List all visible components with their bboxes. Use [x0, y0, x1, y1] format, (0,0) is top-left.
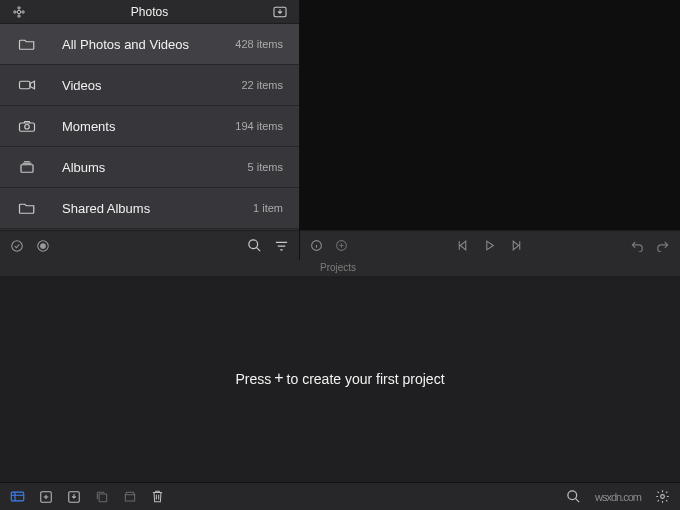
- svg-point-1: [18, 6, 20, 8]
- svg-point-20: [568, 491, 577, 500]
- preview-panel: [300, 0, 680, 260]
- sidebar-item-count: 22 items: [241, 79, 283, 91]
- sidebar-item-label: All Photos and Videos: [62, 37, 235, 52]
- photos-app-icon: [10, 5, 28, 19]
- svg-point-10: [12, 240, 23, 251]
- sidebar-item-videos[interactable]: Videos 22 items: [0, 65, 299, 106]
- sidebar-item-count: 1 item: [253, 202, 283, 214]
- camera-icon: [16, 119, 38, 133]
- svg-rect-6: [20, 81, 31, 89]
- folder-icon: [16, 37, 38, 51]
- preview-canvas: [300, 0, 680, 230]
- sidebar-item-count: 5 items: [248, 161, 283, 173]
- settings-icon[interactable]: [655, 489, 670, 504]
- svg-point-12: [41, 243, 46, 248]
- sidebar-item-moments[interactable]: Moments 194 items: [0, 106, 299, 147]
- sidebar-header: Photos: [0, 0, 299, 24]
- skip-back-icon[interactable]: [456, 239, 469, 252]
- empty-text-suffix: to create your first project: [287, 371, 445, 387]
- import-media-icon[interactable]: [67, 490, 81, 504]
- add-project-icon[interactable]: [39, 490, 53, 504]
- import-icon[interactable]: [271, 5, 289, 19]
- empty-text-prefix: Press: [235, 371, 271, 387]
- filter-icon[interactable]: [274, 239, 289, 253]
- archive-icon[interactable]: [123, 490, 137, 504]
- sidebar-item-all-photos[interactable]: All Photos and Videos 428 items: [0, 24, 299, 65]
- svg-point-21: [661, 495, 665, 499]
- preview-transport: [300, 230, 680, 260]
- svg-point-4: [22, 10, 24, 12]
- bottom-toolbar: wsxdn.com: [0, 482, 680, 510]
- plus-icon: +: [274, 371, 283, 385]
- sidebar-item-label: Albums: [62, 160, 248, 175]
- folder-icon: [16, 201, 38, 215]
- search-icon[interactable]: [566, 489, 581, 504]
- sidebar-title: Photos: [28, 5, 271, 19]
- sidebar-item-albums[interactable]: Albums 5 items: [0, 147, 299, 188]
- svg-point-2: [18, 14, 20, 16]
- trash-icon[interactable]: [151, 489, 164, 504]
- sidebar-list: All Photos and Videos 428 items Videos 2…: [0, 24, 299, 230]
- redo-icon[interactable]: [656, 239, 670, 252]
- undo-icon[interactable]: [630, 239, 644, 252]
- sidebar-item-label: Shared Albums: [62, 201, 253, 216]
- sidebar-item-count: 194 items: [235, 120, 283, 132]
- projects-section-label: Projects: [0, 260, 680, 276]
- svg-point-0: [17, 10, 21, 14]
- svg-rect-19: [99, 494, 107, 502]
- play-icon[interactable]: [483, 239, 496, 252]
- record-icon[interactable]: [36, 239, 50, 253]
- empty-projects-message: Press + to create your first project: [235, 371, 444, 387]
- media-sidebar: Photos All Photos and Videos 428 items V…: [0, 0, 300, 260]
- svg-point-13: [249, 240, 258, 249]
- svg-rect-16: [11, 492, 24, 501]
- stack-icon: [16, 160, 38, 174]
- check-circle-icon[interactable]: [10, 239, 24, 253]
- sidebar-item-label: Moments: [62, 119, 235, 134]
- skip-forward-icon[interactable]: [510, 239, 523, 252]
- sidebar-item-shared-albums[interactable]: Shared Albums 1 item: [0, 188, 299, 229]
- info-icon[interactable]: [310, 239, 323, 252]
- svg-rect-9: [21, 165, 33, 173]
- search-icon[interactable]: [247, 238, 262, 253]
- svg-point-8: [25, 125, 30, 130]
- sidebar-item-label: Videos: [62, 78, 241, 93]
- video-icon: [16, 78, 38, 92]
- text-tool-icon[interactable]: wsxdn.com: [595, 491, 641, 503]
- duplicate-icon[interactable]: [95, 490, 109, 504]
- sidebar-item-count: 428 items: [235, 38, 283, 50]
- sidebar-footer: [0, 230, 299, 260]
- add-circle-icon[interactable]: [335, 239, 348, 252]
- projects-area: Press + to create your first project: [0, 276, 680, 482]
- svg-point-3: [14, 10, 16, 12]
- media-browser-icon[interactable]: [10, 490, 25, 503]
